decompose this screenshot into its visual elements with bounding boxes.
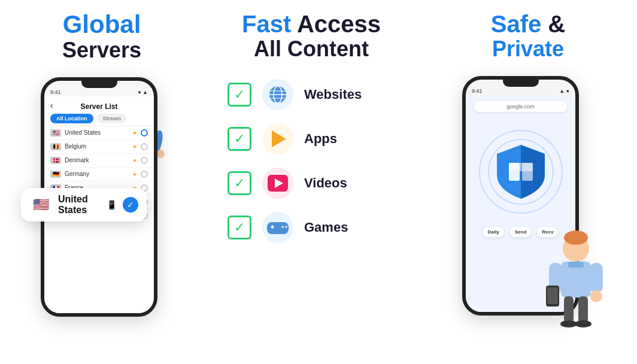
be-flag-icon: 🇧🇪 xyxy=(50,143,61,150)
radio-circle xyxy=(141,157,148,164)
stat-daily: Daily xyxy=(483,227,504,237)
list-item[interactable]: 🇧🇪 Belgium ★ xyxy=(44,140,154,154)
check-selected-icon: ✓ xyxy=(123,197,138,213)
radio-circle xyxy=(141,171,148,178)
column-safe-private: Safe & Private 9:41 ▲ ● google.com xyxy=(419,0,637,364)
radio-circle xyxy=(141,143,148,150)
radio-selected xyxy=(141,129,148,136)
svg-rect-35 xyxy=(564,296,574,323)
videos-icon xyxy=(262,168,293,199)
svg-rect-18 xyxy=(267,222,289,234)
selected-country-name: United States xyxy=(58,194,101,216)
signal-icons: ● ▲ xyxy=(138,89,148,95)
tab-all-location[interactable]: All Location xyxy=(50,114,93,123)
shield-icon xyxy=(494,142,548,202)
main-container: Global Servers xyxy=(0,0,637,364)
svg-point-8 xyxy=(156,150,165,158)
svg-point-28 xyxy=(564,230,588,245)
us-flag-icon: 🇺🇸 xyxy=(50,129,61,136)
svg-point-37 xyxy=(560,320,577,327)
col3-title-amp: & xyxy=(548,11,565,37)
fav-icon: ★ xyxy=(132,171,137,177)
time-display: 9:41 xyxy=(50,89,61,95)
svg-rect-25 xyxy=(509,163,533,171)
col3-heading: Safe & Private xyxy=(491,11,566,61)
time-display-2: 9:41 xyxy=(472,88,483,94)
svg-point-34 xyxy=(590,290,602,302)
server-list-title: Server List xyxy=(50,102,148,111)
feature-item-videos: ✓ Videos xyxy=(228,168,395,199)
col3-title-line1: Safe & xyxy=(491,11,566,37)
check-apps-icon: ✓ xyxy=(228,127,251,151)
shield-wrapper xyxy=(476,124,566,220)
fav-icon: ★ xyxy=(132,130,137,136)
feature-item-games: ✓ Games xyxy=(228,212,395,243)
col2-title-blue: Fast xyxy=(242,11,291,37)
fav-icon: ★ xyxy=(132,144,137,150)
games-icon xyxy=(262,212,293,243)
server-name: United States xyxy=(65,129,129,136)
svg-point-21 xyxy=(281,226,284,228)
tab-stream[interactable]: Stream xyxy=(97,114,128,123)
de-flag-icon: 🇩🇪 xyxy=(50,171,61,178)
server-name: Denmark xyxy=(65,157,129,163)
col3-title-blue: Safe xyxy=(491,11,542,37)
col2-heading: Fast Access All Content xyxy=(242,11,381,61)
list-item[interactable]: 🇺🇸 United States ★ xyxy=(44,126,154,140)
apps-play-icon xyxy=(262,123,293,154)
feature-label-websites: Websites xyxy=(304,87,362,102)
phone-icon: 📱 xyxy=(107,200,117,210)
col1-title-black: Servers xyxy=(62,38,141,62)
server-list-header: ‹ Server List All Location Stream xyxy=(44,96,154,126)
check-websites-icon: ✓ xyxy=(228,83,251,107)
svg-rect-36 xyxy=(578,296,588,323)
col1-title-blue: Global xyxy=(62,11,141,38)
globe-icon xyxy=(262,79,293,110)
col1-heading: Global Servers xyxy=(62,11,141,62)
selected-flag-icon: 🇺🇸 xyxy=(29,197,52,213)
svg-rect-33 xyxy=(547,287,558,304)
stat-send: Send xyxy=(510,227,532,237)
status-bar-2: 9:41 ▲ ● xyxy=(466,87,575,95)
feature-label-apps: Apps xyxy=(304,131,337,147)
list-item[interactable]: 🇩🇪 Germany ★ xyxy=(44,168,154,181)
man-illustration xyxy=(543,208,609,327)
col2-title-access: Access xyxy=(297,11,381,37)
svg-point-22 xyxy=(285,226,287,228)
selected-country-popup: 🇺🇸 United States 📱 ✓ xyxy=(21,188,147,222)
col3-title-line2: Private xyxy=(491,37,566,61)
col2-title-line2: All Content xyxy=(242,37,381,61)
server-name: Germany xyxy=(65,171,129,177)
svg-point-38 xyxy=(575,320,592,327)
check-games-icon: ✓ xyxy=(228,216,251,239)
svg-rect-20 xyxy=(272,225,273,229)
feature-label-games: Games xyxy=(304,220,348,235)
column-fast-access: Fast Access All Content ✓ xyxy=(204,0,419,364)
svg-marker-15 xyxy=(272,131,286,147)
phone-notch xyxy=(81,81,117,88)
phone-2-wrapper: 9:41 ▲ ● google.com xyxy=(456,70,600,327)
check-videos-icon: ✓ xyxy=(228,171,251,195)
phone-1-wrapper: 9:41 ● ▲ ‹ Server List All Location Stre… xyxy=(36,71,168,329)
fav-icon: ★ xyxy=(132,157,137,163)
phone-2-notch xyxy=(503,80,539,87)
back-arrow-icon[interactable]: ‹ xyxy=(50,101,53,110)
status-bar: 9:41 ● ▲ xyxy=(44,88,154,96)
feature-item-apps: ✓ Apps xyxy=(228,123,395,154)
dk-flag-icon: 🇩🇰 xyxy=(50,157,61,164)
svg-rect-29 xyxy=(568,262,584,268)
column-global-servers: Global Servers xyxy=(0,0,204,364)
svg-rect-31 xyxy=(590,263,603,293)
list-item[interactable]: 🇩🇰 Denmark ★ xyxy=(44,154,154,168)
col2-title-line1: Fast Access xyxy=(242,11,381,37)
url-bar[interactable]: google.com xyxy=(474,101,568,112)
feature-list: ✓ Websites ✓ xyxy=(228,79,395,243)
tab-row: All Location Stream xyxy=(50,114,148,123)
feature-label-videos: Videos xyxy=(304,175,347,191)
feature-item-websites: ✓ Websites xyxy=(228,79,395,110)
server-name: Belgium xyxy=(65,143,129,150)
signal-icons-2: ▲ ● xyxy=(559,88,569,94)
